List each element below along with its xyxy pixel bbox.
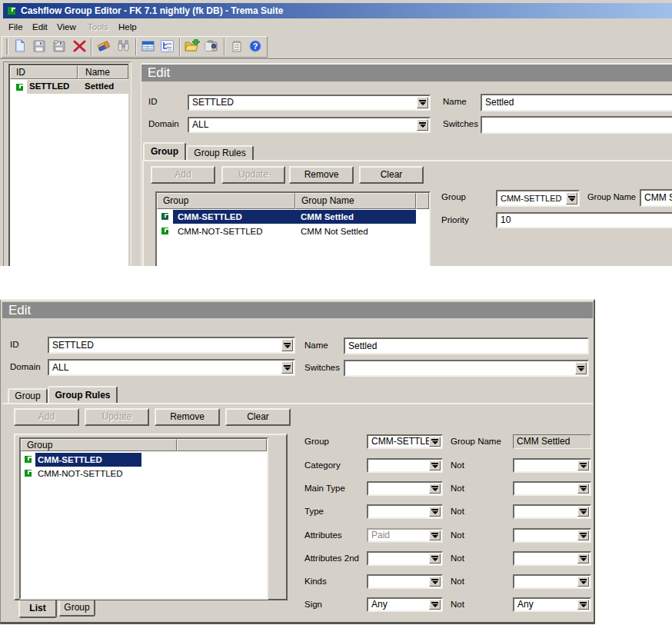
svg-text:?: ? bbox=[253, 42, 258, 51]
